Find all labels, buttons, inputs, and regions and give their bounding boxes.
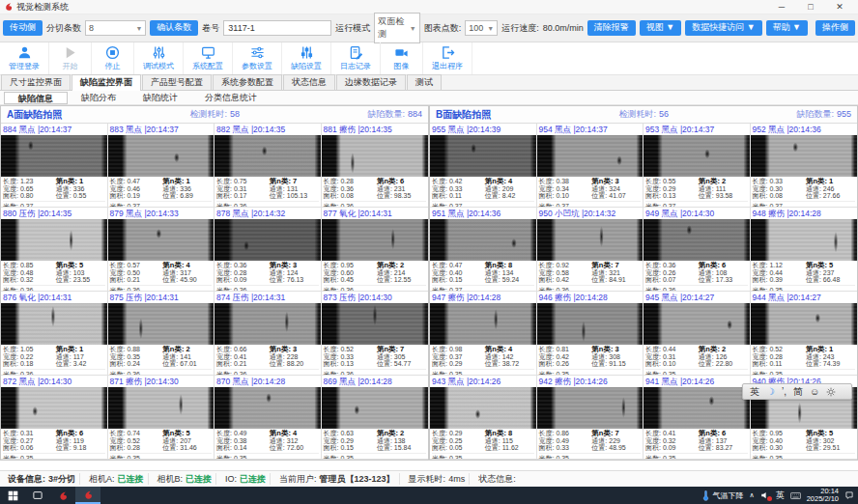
ime-mode[interactable]: 英 <box>750 385 759 399</box>
defect-image[interactable] <box>1 135 107 177</box>
defect-image[interactable] <box>644 135 750 177</box>
view-menu-button[interactable]: 视图 ▼ <box>640 20 681 36</box>
defect-image[interactable] <box>214 303 321 345</box>
defect-cell[interactable]: 871 擦伤 |20:14:30长度: 0.74宽度: 0.52面积: 0.28… <box>108 376 215 460</box>
defect-image[interactable] <box>430 303 536 345</box>
defect-cell[interactable]: 952 黑点 |20:14:36长度: 0.33宽度: 0.30面积: 0.08… <box>751 124 858 208</box>
defect-cell[interactable]: 880 压伤 |20:14:35长度: 0.85宽度: 0.48面积: 0.32… <box>1 208 108 292</box>
tab-系统参数配置[interactable]: 系统参数配置 <box>213 74 282 90</box>
language-indicator[interactable]: 英 <box>776 490 785 502</box>
defect-cell[interactable]: 872 黑点 |20:14:30长度: 0.31宽度: 0.27面积: 0.06… <box>1 376 108 460</box>
defect-cell[interactable]: 882 黑点 |20:14:35长度: 0.75宽度: 0.31面积: 0.17… <box>214 124 322 208</box>
operator-side-button[interactable]: 操作侧 <box>815 20 855 36</box>
defect-image[interactable] <box>322 303 429 345</box>
defect-image[interactable] <box>751 303 858 345</box>
drive-side-button[interactable]: 传动侧 <box>3 20 43 36</box>
defect-cell[interactable]: 873 压伤 |20:14:30长度: 0.52宽度: 0.33面积: 0.13… <box>322 292 429 376</box>
defect-image[interactable] <box>644 219 750 261</box>
defect-image[interactable] <box>214 219 321 261</box>
defect-image[interactable] <box>214 387 321 429</box>
start-button[interactable] <box>0 487 25 504</box>
emoji-icon[interactable]: ☺ <box>810 386 819 397</box>
defect-cell[interactable]: 949 黑点 |20:14:30长度: 0.36宽度: 0.26面积: 0.07… <box>644 208 751 292</box>
app-icon-inspection[interactable] <box>50 487 75 504</box>
tab-尺寸监控界面[interactable]: 尺寸监控界面 <box>1 74 71 90</box>
defect-image[interactable] <box>322 135 429 177</box>
data-quick-access-button[interactable]: 数据快捷访问 ▼ <box>685 20 761 36</box>
gear-icon[interactable] <box>826 387 836 397</box>
tab-状态信息[interactable]: 状态信息 <box>283 74 335 90</box>
maximize-button[interactable]: □ <box>796 2 825 12</box>
defect-cell[interactable]: 874 压伤 |20:14:31长度: 0.66宽度: 0.41面积: 0.21… <box>214 292 322 376</box>
tab-测试[interactable]: 测试 <box>407 74 442 90</box>
clear-alarm-button[interactable]: 清除报警 <box>587 20 636 36</box>
defect-image[interactable] <box>430 135 536 177</box>
param-settings-button[interactable]: 参数设置 <box>233 42 282 74</box>
weather-widget[interactable]: 气温下降 <box>701 490 744 501</box>
hidden-icons-chevron[interactable]: ∧ <box>750 491 755 499</box>
close-button[interactable]: ✕ <box>825 2 854 12</box>
defect-image[interactable] <box>751 219 858 261</box>
defect-cell[interactable]: 950 小凹坑 |20:14:32长度: 0.92宽度: 0.58面积: 0.4… <box>537 208 644 292</box>
defect-image[interactable] <box>537 303 644 345</box>
debug-mode-button[interactable]: 调试模式 <box>134 42 184 74</box>
defect-image[interactable] <box>430 387 536 429</box>
defect-image[interactable] <box>1 387 107 429</box>
defect-image[interactable] <box>108 303 214 345</box>
defect-image[interactable] <box>644 303 750 345</box>
defect-cell[interactable]: 945 黑点 |20:14:27长度: 0.44宽度: 0.31面积: 0.10… <box>644 292 751 376</box>
defect-image[interactable] <box>108 387 214 429</box>
defect-image[interactable] <box>537 387 644 429</box>
tab-产品型号配置[interactable]: 产品型号配置 <box>142 74 212 90</box>
defect-image[interactable] <box>214 135 321 177</box>
run-mode-select[interactable]: 双面检测▼ <box>374 13 419 43</box>
defect-image[interactable] <box>108 135 214 177</box>
defect-image[interactable] <box>108 219 214 261</box>
defect-cell[interactable]: 875 压伤 |20:14:31长度: 0.88宽度: 0.35面积: 0.24… <box>108 292 215 376</box>
moon-icon[interactable]: ☽ <box>766 386 775 397</box>
defect-cell[interactable]: 954 黑点 |20:14:37长度: 0.38宽度: 0.34面积: 0.10… <box>537 124 644 208</box>
defect-cell[interactable]: 878 黑点 |20:14:32长度: 0.36宽度: 0.28面积: 0.09… <box>214 208 322 292</box>
defect-cell[interactable]: 879 黑点 |20:14:33长度: 0.57宽度: 0.50面积: 0.21… <box>108 208 215 292</box>
defect-image[interactable] <box>537 219 644 261</box>
confirm-count-button[interactable]: 确认条数 <box>150 20 198 36</box>
roll-number-input[interactable] <box>223 20 331 36</box>
action-center-icon[interactable] <box>844 490 854 500</box>
image-button[interactable]: 图像 <box>381 42 423 74</box>
stop-button[interactable]: 停止 <box>92 42 134 74</box>
defect-image[interactable] <box>1 219 107 261</box>
defect-cell[interactable]: 869 黑点 |20:14:28长度: 0.63宽度: 0.29面积: 0.15… <box>322 376 429 460</box>
defect-image[interactable] <box>430 219 536 261</box>
defect-cell[interactable]: 883 黑点 |20:14:37长度: 0.47宽度: 0.46面积: 0.19… <box>108 124 215 208</box>
ime-bar[interactable]: 英 ☽ ’, 简 ☺ <box>742 383 852 400</box>
defect-cell[interactable]: 941 黑点 |20:14:26长度: 0.41宽度: 0.32面积: 0.09… <box>644 376 751 460</box>
volume-icon[interactable] <box>760 490 770 500</box>
defect-cell[interactable]: 951 黑点 |20:14:36长度: 0.47宽度: 0.40面积: 0.15… <box>430 208 537 292</box>
defect-cell[interactable]: 942 擦伤 |20:14:26长度: 0.86宽度: 0.49面积: 0.33… <box>537 376 644 460</box>
defect-image[interactable] <box>322 387 429 429</box>
login-button[interactable]: 管理登录 <box>0 42 49 74</box>
defect-cell[interactable]: 943 黑点 |20:14:26长度: 0.29宽度: 0.25面积: 0.05… <box>430 376 537 460</box>
chart-points-select[interactable]: 100▼ <box>465 20 498 36</box>
exit-button[interactable]: 退出程序 <box>423 42 472 74</box>
clock[interactable]: 20:142025/2/10 <box>807 488 839 504</box>
system-config-button[interactable]: 系统配置 <box>184 42 233 74</box>
defect-image[interactable] <box>322 219 429 261</box>
ime-simplified[interactable]: 简 <box>793 385 803 399</box>
subtab-分类信息统计[interactable]: 分类信息统计 <box>191 92 271 104</box>
defect-cell[interactable]: 884 黑点 |20:14:37长度: 1.23宽度: 0.65面积: 0.80… <box>1 124 108 208</box>
ime-punct[interactable]: ’, <box>782 386 786 397</box>
defect-cell[interactable]: 877 氧化 |20:14:31长度: 0.95宽度: 0.60面积: 0.45… <box>322 208 429 292</box>
defect-image[interactable] <box>644 387 750 429</box>
defect-settings-button[interactable]: 缺陷设置 <box>282 42 331 74</box>
tab-缺陷监控界面[interactable]: 缺陷监控界面 <box>72 74 141 91</box>
defect-cell[interactable]: 870 黑点 |20:14:28长度: 0.49宽度: 0.38面积: 0.14… <box>214 376 322 460</box>
defect-image[interactable] <box>537 135 644 177</box>
defect-cell[interactable]: 946 擦伤 |20:14:28长度: 0.81宽度: 0.42面积: 0.26… <box>537 292 644 376</box>
defect-cell[interactable]: 947 擦伤 |20:14:28长度: 0.98宽度: 0.37面积: 0.29… <box>430 292 537 376</box>
minimize-button[interactable]: ─ <box>767 2 796 12</box>
touch-keyboard-icon[interactable] <box>790 491 801 500</box>
defect-cell[interactable]: 948 擦伤 |20:14:28长度: 1.12宽度: 0.44面积: 0.39… <box>751 208 858 292</box>
subtab-缺陷分布[interactable]: 缺陷分布 <box>68 92 129 104</box>
subtab-缺陷统计[interactable]: 缺陷统计 <box>129 92 191 104</box>
